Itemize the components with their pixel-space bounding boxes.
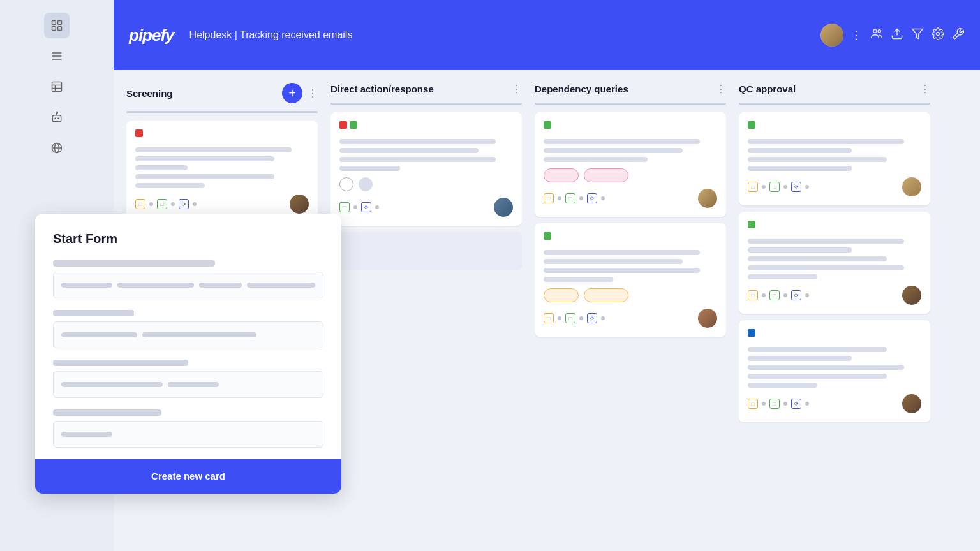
column-header-dependency: Dependency queries ⋮ — [535, 83, 726, 95]
column-menu-icon[interactable]: ⋮ — [716, 83, 726, 95]
settings-icon[interactable] — [932, 27, 944, 43]
modal-title: Start Form — [53, 231, 323, 246]
svg-rect-1 — [58, 21, 62, 25]
form-label — [53, 409, 161, 416]
card[interactable]: □ □ ⟳ — [739, 320, 930, 422]
card-badge — [544, 168, 579, 182]
add-card-button[interactable]: + — [282, 83, 302, 103]
dot — [558, 316, 561, 320]
card[interactable]: □ □ ⟳ — [739, 112, 930, 205]
form-field-2 — [53, 310, 323, 348]
dot3 — [193, 202, 197, 206]
placeholder-line — [199, 283, 242, 288]
svg-rect-2 — [52, 27, 56, 31]
column-underline — [330, 103, 522, 105]
card-avatar — [698, 189, 717, 208]
placeholder-line — [61, 283, 112, 288]
dot — [762, 185, 766, 189]
form-input-3[interactable] — [53, 371, 323, 398]
sidebar-item-bot[interactable] — [44, 105, 70, 130]
card-avatar — [902, 177, 921, 196]
column-underline — [535, 103, 726, 105]
svg-point-20 — [878, 29, 880, 32]
form-input-2[interactable] — [53, 321, 323, 348]
export-icon[interactable] — [891, 27, 903, 43]
card-ghost — [330, 232, 522, 270]
column-menu-icon[interactable]: ⋮ — [920, 83, 930, 95]
form-label — [53, 360, 188, 366]
card-badge — [339, 177, 353, 191]
card-badge — [584, 168, 628, 182]
column-dependency: Dependency queries ⋮ □ □ — [535, 83, 726, 551]
card[interactable]: □ □ ⟳ — [535, 223, 726, 337]
avatar[interactable] — [820, 24, 843, 47]
column-underline — [739, 103, 930, 105]
filter-icon[interactable] — [911, 27, 924, 43]
card[interactable]: □ □ ⟳ — [739, 212, 930, 314]
placeholder-line — [61, 432, 112, 437]
form-field-4 — [53, 409, 323, 448]
more-icon[interactable]: ⋮ — [851, 28, 863, 42]
column-menu-icon[interactable]: ⋮ — [512, 83, 522, 95]
card-icon: ⟳ — [791, 399, 801, 409]
form-label — [53, 310, 134, 316]
column-header-qc: QC approval ⋮ — [739, 83, 930, 95]
form-input-1[interactable] — [53, 272, 323, 298]
card-badge — [584, 288, 628, 302]
sidebar-item-grid[interactable] — [44, 13, 70, 38]
card-badge — [359, 177, 373, 191]
svg-rect-7 — [52, 82, 62, 92]
card-icon: □ — [748, 290, 758, 300]
card-icon: ⟳ — [791, 182, 801, 192]
card-icon: ⟳ — [587, 193, 597, 203]
card-icon-green: □ — [157, 199, 167, 209]
start-form-modal: Start Form — [35, 214, 341, 494]
sidebar-item-table[interactable] — [44, 74, 70, 99]
column-underline — [126, 111, 318, 113]
column-header-screening: Screening + ⋮ — [126, 83, 318, 103]
form-input-4[interactable] — [53, 421, 323, 448]
page-title: Helpdesk | Tracking received emails — [189, 29, 353, 41]
card[interactable]: □ □ ⟳ — [126, 121, 318, 223]
placeholder-line — [61, 382, 163, 387]
card-icon: □ — [544, 313, 554, 323]
card-icon: □ — [565, 313, 575, 323]
users-icon[interactable] — [870, 27, 883, 43]
dot — [601, 196, 605, 200]
card-icon: □ — [769, 290, 780, 300]
header-actions: ⋮ — [820, 24, 965, 47]
column-header-direct: Direct action/response ⋮ — [330, 83, 522, 95]
card-badge — [544, 288, 579, 302]
card-icon: ⟳ — [361, 202, 371, 212]
card-icon: □ — [769, 182, 780, 192]
svg-point-13 — [57, 117, 59, 119]
sidebar-item-list[interactable] — [44, 43, 70, 69]
dot1 — [149, 202, 153, 206]
form-field-1 — [53, 260, 323, 298]
card-icon: ⟳ — [791, 290, 801, 300]
svg-point-12 — [54, 117, 56, 119]
dot — [783, 185, 787, 189]
card[interactable]: □ □ ⟳ — [535, 112, 726, 217]
card-icon: □ — [748, 182, 758, 192]
modal-footer: Create new card — [35, 459, 341, 494]
dot — [783, 293, 787, 297]
create-card-button[interactable]: Create new card — [53, 471, 323, 481]
app-header: pipefy Helpdesk | Tracking received emai… — [114, 0, 980, 70]
placeholder-line — [247, 283, 315, 288]
app-logo: pipefy — [129, 26, 174, 45]
card-avatar — [290, 195, 309, 214]
placeholder-line — [61, 332, 137, 337]
column-direct-action: Direct action/response ⋮ — [330, 83, 522, 551]
card[interactable]: □ ⟳ — [330, 112, 522, 226]
column-menu-icon[interactable]: ⋮ — [308, 87, 318, 99]
column-title: Dependency queries — [535, 84, 711, 94]
dot2 — [171, 202, 175, 206]
card-icon: □ — [565, 193, 575, 203]
wrench-icon[interactable] — [952, 27, 965, 43]
column-title: Direct action/response — [330, 84, 507, 94]
card-icon: ⟳ — [587, 313, 597, 323]
sidebar-item-globe[interactable] — [44, 135, 70, 161]
svg-marker-22 — [912, 29, 923, 38]
dot — [805, 293, 809, 297]
